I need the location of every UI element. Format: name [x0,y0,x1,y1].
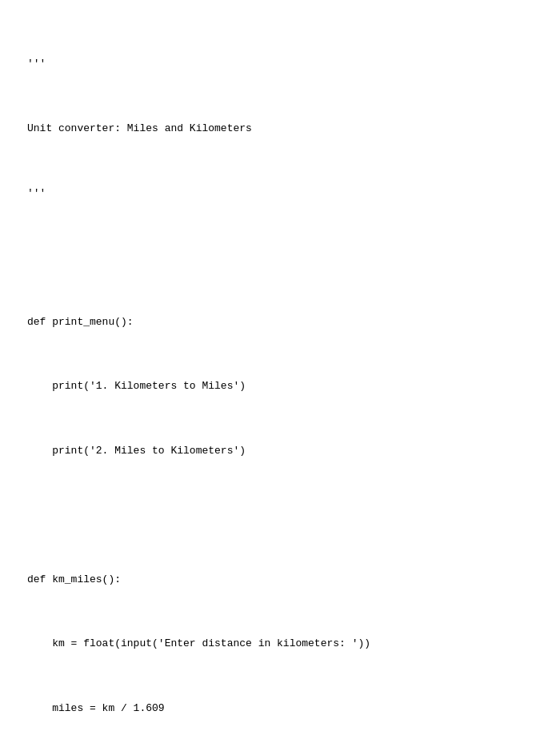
code-line-kminput: km = float(input('Enter distance in kilo… [11,636,549,652]
code-line-func-km: def km_miles(): [11,572,549,588]
code-line-blank2 [11,507,549,523]
code-block: ''' Unit converter: Miles and Kilometers… [11,8,549,735]
code-kminput: km = float(input('Enter distance in kilo… [27,636,549,652]
code-line-p2: print('2. Miles to Kilometers') [11,443,549,459]
code-section: ''' Unit converter: Miles and Kilometers… [0,0,560,735]
code-line-kmcalc: miles = km / 1.609 [11,701,549,717]
code-docclose: ''' [27,186,549,202]
code-kmcalc: miles = km / 1.609 [27,701,549,717]
code-line-docclose: ''' [11,186,549,202]
code-func-km: def km_miles(): [27,572,549,588]
code-line-p1: print('1. Kilometers to Miles') [11,378,549,394]
code-docopen: ''' [27,56,549,72]
code-line-func-pm: def print_menu(): [11,314,549,330]
code-line-docopen: ''' [11,56,549,72]
code-doctext: Unit converter: Miles and Kilometers [27,121,549,137]
code-p1: print('1. Kilometers to Miles') [27,378,549,394]
code-line-doctext: Unit converter: Miles and Kilometers [11,121,549,137]
code-func-pm: def print_menu(): [27,314,549,330]
code-line-blank1 [11,250,549,266]
code-p2: print('2. Miles to Kilometers') [27,443,549,459]
page: ''' Unit converter: Miles and Kilometers… [0,0,560,735]
